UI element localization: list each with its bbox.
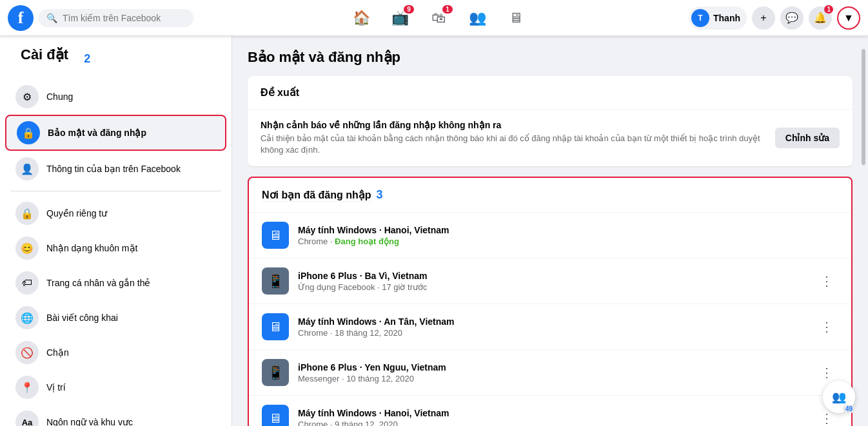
login-device-1: Máy tính Windows · Hanoi, Vietnam: [298, 225, 838, 235]
login-sub-3: Chrome · 18 tháng 12, 2020: [298, 328, 815, 338]
edit-button[interactable]: Chỉnh sửa: [775, 128, 840, 148]
search-input[interactable]: [63, 13, 179, 23]
device-icon-iphone-1: 📱: [262, 267, 289, 295]
sidebar-title: Cài đặt: [10, 46, 79, 71]
face-icon: 😊: [15, 237, 39, 260]
user-icon: 👤: [15, 157, 39, 180]
suggestion-title: Nhận cảnh báo về những lần đăng nhập khô…: [261, 120, 775, 130]
sidebar-item-privacy[interactable]: 🔒 Quyền riêng tư: [5, 197, 226, 230]
login-info-5: Máy tính Windows · Hanoi, Vietnam Chrome…: [298, 408, 815, 426]
sidebar-item-location[interactable]: 📍 Vị trí: [5, 371, 226, 404]
user-name: Thanh: [713, 13, 740, 23]
sidebar-label-security: Bảo mật và đăng nhập: [48, 128, 146, 138]
login-sub-5: Chrome · 9 tháng 12, 2020: [298, 420, 815, 426]
main-nav: 🏠 📺 9 🛍 1 👥 🖥: [343, 3, 534, 34]
login-device-3: Máy tính Windows · An Tân, Vietnam: [298, 316, 815, 327]
nav-home[interactable]: 🏠: [343, 3, 379, 34]
user-pill[interactable]: T Thanh: [689, 6, 747, 30]
login-info-4: iPhone 6 Plus · Yen Nguu, Vietnam Messen…: [298, 362, 815, 383]
facebook-logo[interactable]: f: [8, 5, 34, 31]
device-icon-windows-3: 🖥: [262, 405, 289, 426]
lock-icon: 🔒: [17, 121, 40, 144]
login-section-header: Nơi bạn đã đăng nhập: [262, 189, 371, 202]
login-row-2: 📱 iPhone 6 Plus · Ba Vì, Vietnam Ứng dụn…: [249, 258, 851, 304]
sidebar-item-block[interactable]: 🚫 Chặn: [5, 336, 226, 369]
login-row-1: 🖥 Máy tính Windows · Hanoi, Vietnam Chro…: [249, 213, 851, 258]
device-icon-windows-2: 🖥: [262, 313, 289, 340]
privacy-icon: 🔒: [15, 202, 39, 225]
scrollbar[interactable]: [859, 36, 868, 426]
login-row-5: 🖥 Máy tính Windows · Hanoi, Vietnam Chro…: [249, 396, 851, 426]
tag-icon: 🏷: [15, 271, 39, 295]
dropdown-button[interactable]: ▼: [837, 6, 860, 30]
settings-sidebar: Cài đặt 2 ⚙ Chung 🔒 Bảo mật và đăng nhập…: [0, 36, 232, 426]
login-sub-1: Chrome · Đang hoạt động: [298, 237, 838, 246]
device-icon-windows-1: 🖥: [262, 222, 289, 249]
login-info-3: Máy tính Windows · An Tân, Vietnam Chrom…: [298, 316, 815, 338]
login-device-5: Máy tính Windows · Hanoi, Vietnam: [298, 408, 815, 418]
suggestion-card: Đề xuất Nhận cảnh báo về những lần đăng …: [248, 76, 853, 166]
nav-video[interactable]: 📺 9: [382, 3, 418, 34]
login-device-2: iPhone 6 Plus · Ba Vì, Vietnam: [298, 271, 815, 281]
main-content: Bảo mật và đăng nhập Đề xuất Nhận cảnh b…: [232, 36, 868, 426]
sidebar-item-security[interactable]: 🔒 Bảo mật và đăng nhập: [5, 115, 226, 151]
search-icon: 🔍: [46, 13, 57, 23]
gear-icon: ⚙: [15, 85, 39, 108]
nav-gaming[interactable]: 🖥: [498, 3, 534, 34]
notifications-button[interactable]: 🔔 1: [809, 6, 832, 30]
sidebar-item-chung[interactable]: ⚙ Chung: [5, 80, 226, 113]
login-sub-4: Messenger · 10 tháng 12, 2020: [298, 374, 815, 383]
globe-icon: 🌐: [15, 306, 39, 329]
login-sub-2: Ứng dụng Facebook · 17 giờ trước: [298, 282, 815, 292]
avatar: T: [691, 9, 709, 27]
location-icon: 📍: [15, 376, 39, 399]
device-icon-iphone-2: 📱: [262, 359, 289, 386]
login-info-1: Máy tính Windows · Hanoi, Vietnam Chrome…: [298, 225, 838, 246]
logo-letter: f: [18, 10, 24, 26]
suggestion-text: Nhận cảnh báo về những lần đăng nhập khô…: [261, 120, 775, 156]
sidebar-label-privacy: Quyền riêng tư: [46, 208, 107, 218]
sidebar-label-info: Thông tin của bạn trên Facebook: [46, 164, 181, 174]
marketplace-badge: 1: [442, 5, 453, 14]
sidebar-number-2: 2: [84, 52, 90, 66]
login-active-status: Đang hoạt động: [335, 237, 399, 246]
main-layout: Cài đặt 2 ⚙ Chung 🔒 Bảo mật và đăng nhập…: [0, 36, 868, 426]
suggestion-row: Nhận cảnh báo về những lần đăng nhập khô…: [248, 110, 853, 166]
language-icon: Aa: [15, 411, 39, 426]
search-box[interactable]: 🔍: [39, 9, 193, 27]
sidebar-item-profile[interactable]: 🏷 Trang cá nhân và gắn thẻ: [5, 266, 226, 300]
sidebar-item-info[interactable]: 👤 Thông tin của bạn trên Facebook: [5, 152, 226, 186]
add-button[interactable]: +: [752, 6, 775, 30]
float-badge: 49: [843, 405, 855, 413]
video-badge: 9: [404, 5, 414, 14]
float-chat-button[interactable]: 👥 49: [823, 381, 855, 413]
nav-groups[interactable]: 👥: [459, 3, 495, 34]
sidebar-label-face: Nhận dạng khuôn mặt: [46, 243, 137, 253]
suggestion-desc: Cải thiện bảo mật của tài khoản bằng các…: [261, 133, 775, 156]
login-device-4: iPhone 6 Plus · Yen Nguu, Vietnam: [298, 362, 815, 373]
sidebar-label-language: Ngôn ngữ và khu vực: [46, 417, 133, 426]
login-row-3: 🖥 Máy tính Windows · An Tân, Vietnam Chr…: [249, 304, 851, 350]
top-header: f 🔍 🏠 📺 9 🛍 1 👥 🖥 T Thanh + 💬 🔔 1 ▼: [0, 0, 868, 36]
header-right: T Thanh + 💬 🔔 1 ▼: [689, 6, 860, 30]
login-row-4: 📱 iPhone 6 Plus · Yen Nguu, Vietnam Mess…: [249, 350, 851, 396]
sidebar-item-language[interactable]: Aa Ngôn ngữ và khu vực: [5, 405, 226, 426]
nav-marketplace[interactable]: 🛍 1: [420, 3, 457, 34]
more-button-2[interactable]: ⋮: [815, 269, 838, 293]
block-icon: 🚫: [15, 341, 39, 364]
sidebar-label-public: Bài viết công khai: [46, 313, 118, 323]
more-button-3[interactable]: ⋮: [815, 315, 838, 338]
page-title: Bảo mật và đăng nhập: [248, 49, 853, 66]
login-number-3: 3: [377, 188, 383, 202]
sidebar-divider-1: [10, 191, 221, 191]
messenger-button[interactable]: 💬: [780, 6, 804, 30]
notif-badge: 1: [824, 5, 833, 14]
suggestion-header: Đề xuất: [248, 76, 853, 110]
sidebar-item-face[interactable]: 😊 Nhận dạng khuôn mặt: [5, 231, 226, 265]
sidebar-label-chung: Chung: [46, 92, 73, 102]
scroll-thumb[interactable]: [862, 49, 865, 165]
sidebar-label-location: Vị trí: [46, 382, 66, 392]
login-section: Nơi bạn đã đăng nhập 3 🖥 Máy tính Window…: [248, 177, 853, 426]
sidebar-item-public[interactable]: 🌐 Bài viết công khai: [5, 301, 226, 334]
sidebar-label-block: Chặn: [46, 347, 69, 358]
